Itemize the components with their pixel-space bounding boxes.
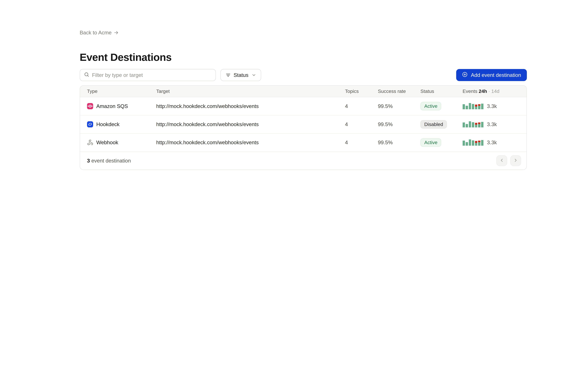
destination-success-rate: 99.5% [378,122,420,127]
back-link[interactable]: Back to Acme [80,30,119,36]
events-sparkline [462,121,484,128]
event-destinations-page: Back to Acme Event Destinations Status [0,0,585,392]
destination-target: http://mock.hookdeck.com/webhooks/events [156,122,345,127]
column-header-events: Events 24h · 14d [462,88,520,94]
plus-circle-icon [462,72,468,78]
column-header-type: Type [87,88,156,94]
destination-topics: 4 [345,140,378,146]
destination-target: http://mock.hookdeck.com/webhooks/events [156,140,345,146]
webhook-icon [87,140,93,146]
status-badge: Active [420,102,441,110]
chevron-left-icon [499,157,504,164]
add-event-destination-button[interactable]: Add event destination [456,69,527,81]
next-page-button[interactable] [510,155,521,166]
filter-icon [226,72,231,78]
table-row-amazon-sqs[interactable]: Amazon SQS http://mock.hookdeck.com/webh… [80,97,526,115]
add-event-destination-label: Add event destination [471,72,521,78]
column-header-success-rate: Success rate [378,88,420,94]
hookdeck-icon [87,121,93,128]
table-row-webhook[interactable]: Webhook http://mock.hookdeck.com/webhook… [80,134,526,152]
back-link-label: Back to Acme [80,30,112,36]
column-header-status: Status [420,88,462,94]
table-footer: 3 event destination [80,152,526,170]
events-sparkline [462,103,484,109]
status-filter-button[interactable]: Status [220,69,261,81]
event-destinations-table: Type Target Topics Success rate Status E… [80,85,527,170]
row-count-text: 3 event destination [87,158,131,164]
destination-success-rate: 99.5% [378,103,420,109]
events-count: 3.3k [487,140,497,146]
chevron-right-icon [513,157,518,164]
page-title: Event Destinations [80,51,527,63]
status-badge: Active [420,138,441,147]
table-header-row: Type Target Topics Success rate Status E… [80,86,526,97]
status-filter-label: Status [234,72,248,78]
amazon-sqs-icon [87,103,93,109]
destination-topics: 4 [345,103,378,109]
pagination [496,155,521,166]
events-count: 3.3k [487,122,497,127]
destination-success-rate: 99.5% [378,140,420,146]
search-icon [84,72,89,78]
search-box[interactable] [80,69,216,81]
destination-type-label: Hookdeck [96,122,120,127]
arrow-right-icon [114,30,119,35]
destination-target: http://mock.hookdeck.com/webhooks/events [156,103,345,109]
toolbar: Status Add event destination [80,69,527,81]
table-row-hookdeck[interactable]: Hookdeck http://mock.hookdeck.com/webhoo… [80,116,526,134]
destination-type-label: Amazon SQS [96,103,128,109]
search-input[interactable] [92,72,212,78]
status-badge: Disabled [420,120,447,129]
events-sparkline [462,140,484,146]
column-header-target: Target [156,88,345,94]
previous-page-button[interactable] [496,155,507,166]
column-header-topics: Topics [345,88,378,94]
destination-type-label: Webhook [96,140,118,146]
chevron-down-icon [252,73,256,78]
destination-topics: 4 [345,122,378,127]
events-count: 3.3k [487,103,497,109]
